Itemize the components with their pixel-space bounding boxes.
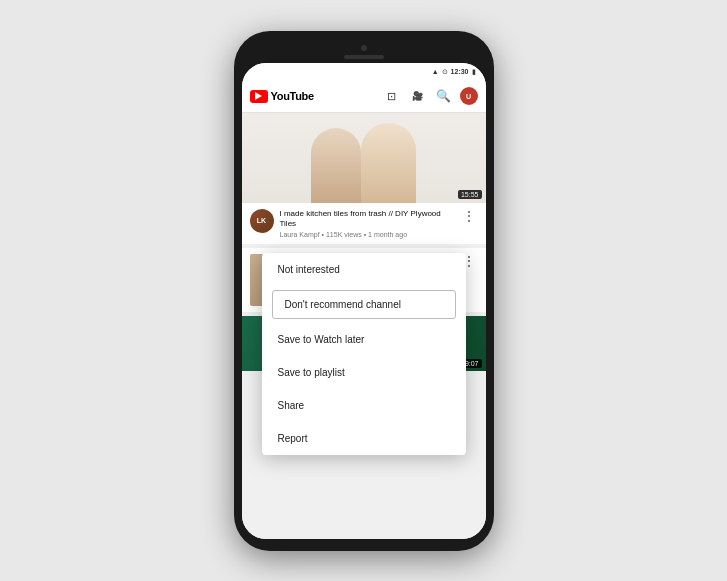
menu-item-watch-later[interactable]: Save to Watch later bbox=[262, 323, 466, 356]
content-area: 15:55 LK I made kitchen tiles from trash… bbox=[242, 113, 486, 539]
youtube-logo-icon bbox=[250, 90, 268, 103]
wifi-icon: ⊙ bbox=[442, 68, 448, 76]
search-button[interactable]: 🔍 bbox=[434, 86, 454, 106]
phone-screen: ▲ ⊙ 12:30 ▮ YouTube ⊡ 🎥 🔍 U bbox=[242, 63, 486, 539]
menu-item-save-playlist[interactable]: Save to playlist bbox=[262, 356, 466, 389]
phone-speaker bbox=[344, 55, 384, 59]
time-display: 12:30 bbox=[451, 68, 469, 75]
signal-icon: ▲ bbox=[432, 68, 439, 75]
youtube-logo-text: YouTube bbox=[271, 90, 314, 102]
menu-label-report: Report bbox=[278, 433, 308, 444]
phone-device: ▲ ⊙ 12:30 ▮ YouTube ⊡ 🎥 🔍 U bbox=[234, 31, 494, 551]
user-avatar[interactable]: U bbox=[460, 87, 478, 105]
context-menu: Not interested Don't recommend channel S… bbox=[262, 253, 466, 455]
camera-button[interactable]: 🎥 bbox=[408, 86, 428, 106]
menu-item-not-interested[interactable]: Not interested bbox=[262, 253, 466, 286]
menu-item-share[interactable]: Share bbox=[262, 389, 466, 422]
youtube-logo: YouTube bbox=[250, 90, 314, 103]
phone-top bbox=[242, 43, 486, 63]
menu-label-not-interested: Not interested bbox=[278, 264, 340, 275]
cast-button[interactable]: ⊡ bbox=[382, 86, 402, 106]
menu-label-dont-recommend: Don't recommend channel bbox=[285, 299, 401, 310]
youtube-topbar: YouTube ⊡ 🎥 🔍 U bbox=[242, 81, 486, 113]
status-bar: ▲ ⊙ 12:30 ▮ bbox=[242, 63, 486, 81]
status-bar-icons: ▲ ⊙ 12:30 ▮ bbox=[432, 68, 476, 76]
menu-item-report[interactable]: Report bbox=[262, 422, 466, 455]
menu-label-share: Share bbox=[278, 400, 305, 411]
menu-label-save-playlist: Save to playlist bbox=[278, 367, 345, 378]
battery-icon: ▮ bbox=[472, 68, 476, 76]
menu-item-dont-recommend[interactable]: Don't recommend channel bbox=[272, 290, 456, 319]
context-menu-overlay: Not interested Don't recommend channel S… bbox=[242, 113, 486, 539]
phone-camera bbox=[361, 45, 367, 51]
menu-label-watch-later: Save to Watch later bbox=[278, 334, 365, 345]
